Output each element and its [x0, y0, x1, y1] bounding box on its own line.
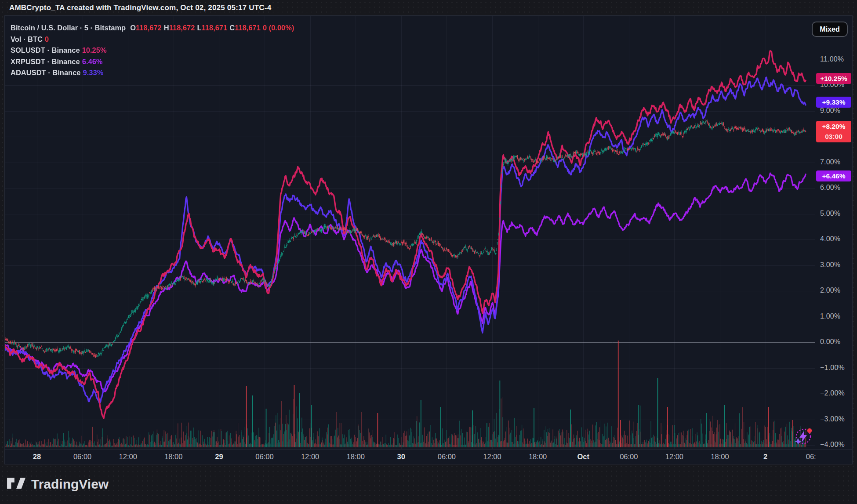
- price-chart-canvas[interactable]: [5, 16, 815, 449]
- time-axis-label: 06:00: [438, 453, 456, 461]
- high-label: H: [164, 24, 169, 32]
- price-axis-label: −1.00%: [820, 364, 845, 372]
- legend: Bitcoin / U.S. Dollar · 5 · Bitstamp O11…: [11, 22, 294, 79]
- legend-row-xrp[interactable]: XRPUSDT · Binance 6.46%: [11, 56, 103, 68]
- tradingview-logo-mark: [7, 476, 26, 492]
- price-axis-label: 6.00%: [820, 184, 840, 192]
- xrp-symbol-label: XRPUSDT · Binance: [11, 58, 80, 66]
- time-axis-label: 18:00: [164, 453, 182, 461]
- time-axis-label: 06:00: [255, 453, 273, 461]
- price-axis-label: −3.00%: [820, 415, 845, 423]
- page-title: AMBCrypto_TA created with TradingView.co…: [9, 4, 271, 12]
- time-axis-label: 12:00: [301, 453, 319, 461]
- time-axis-label: 18:00: [347, 453, 365, 461]
- time-axis-label: 18:00: [529, 453, 547, 461]
- time-scale[interactable]: 2806:0012:0018:002906:0012:0018:003006:0…: [5, 449, 852, 464]
- price-axis-label: 9.00%: [820, 107, 840, 115]
- legend-row-volume[interactable]: Vol · BTC 0: [11, 34, 49, 45]
- time-axis-label: 06:: [806, 453, 816, 461]
- last-price-badge: +6.46%: [816, 170, 851, 181]
- price-axis-label: −4.00%: [820, 441, 845, 449]
- sol-change-value: 10.25%: [82, 46, 107, 54]
- sol-symbol-label: SOLUSDT · Binance: [11, 46, 80, 54]
- brand-name: TradingView: [31, 477, 109, 492]
- volume-value: 0: [45, 35, 49, 44]
- time-axis-label: 30: [397, 453, 405, 461]
- price-axis-label: 5.00%: [820, 210, 840, 218]
- low-value: 118,671: [202, 24, 228, 32]
- time-axis-label: 2: [763, 453, 767, 461]
- close-value: 118,671: [235, 24, 261, 32]
- chart-plot-area[interactable]: Bitcoin / U.S. Dollar · 5 · Bitstamp O11…: [5, 16, 852, 464]
- symbol-title: Bitcoin / U.S. Dollar · 5 · Bitstamp: [11, 24, 126, 32]
- time-axis-label: 18:00: [711, 453, 729, 461]
- brand-footer: TradingView: [7, 472, 109, 497]
- legend-row-symbol[interactable]: Bitcoin / U.S. Dollar · 5 · Bitstamp O11…: [11, 22, 294, 34]
- price-scale[interactable]: 11.00%10.00%9.00%7.00%6.00%5.00%4.00%3.0…: [815, 16, 853, 449]
- time-axis-label: 29: [215, 453, 223, 461]
- time-axis-label: Oct: [577, 453, 589, 461]
- xrp-change-value: 6.46%: [82, 58, 103, 66]
- last-price-badge: +9.33%: [816, 97, 851, 108]
- time-axis-label: 12:00: [483, 453, 501, 461]
- mixed-scale-button[interactable]: Mixed: [812, 22, 848, 37]
- ada-change-value: 9.33%: [83, 69, 104, 77]
- price-axis-label: 3.00%: [820, 261, 840, 269]
- ada-symbol-label: ADAUSDT · Binance: [11, 69, 81, 77]
- price-axis-label: −2.00%: [820, 389, 845, 397]
- price-axis-label: 11.00%: [820, 55, 844, 63]
- legend-row-sol[interactable]: SOLUSDT · Binance 10.25%: [11, 45, 107, 56]
- price-axis-label: 2.00%: [820, 286, 840, 294]
- time-axis-label: 06:00: [620, 453, 638, 461]
- time-axis-label: 06:00: [73, 453, 91, 461]
- open-value: 118,672: [136, 24, 162, 32]
- volume-label: Vol · BTC: [11, 35, 43, 44]
- time-axis-label: 28: [33, 453, 41, 461]
- lightning-boost-icon[interactable]: [793, 427, 813, 447]
- time-axis-label: 12:00: [665, 453, 683, 461]
- change-value: 0 (0.00%): [263, 24, 294, 32]
- price-axis-label: 1.00%: [820, 312, 840, 320]
- legend-row-ada[interactable]: ADAUSDT · Binance 9.33%: [11, 67, 103, 79]
- last-price-badge: +10.25%: [816, 73, 851, 84]
- chart-panel: Bitcoin / U.S. Dollar · 5 · Bitstamp O11…: [4, 15, 853, 464]
- close-label: C: [229, 24, 235, 32]
- high-value: 118,672: [169, 24, 195, 32]
- time-axis-label: 12:00: [119, 453, 137, 461]
- last-price-badge: +8.20%03:00: [816, 121, 851, 142]
- low-label: L: [197, 24, 201, 32]
- price-axis-label: 7.00%: [820, 158, 840, 166]
- price-axis-label: 0.00%: [820, 338, 840, 346]
- price-axis-label: 4.00%: [820, 235, 840, 243]
- open-label: O: [130, 24, 136, 32]
